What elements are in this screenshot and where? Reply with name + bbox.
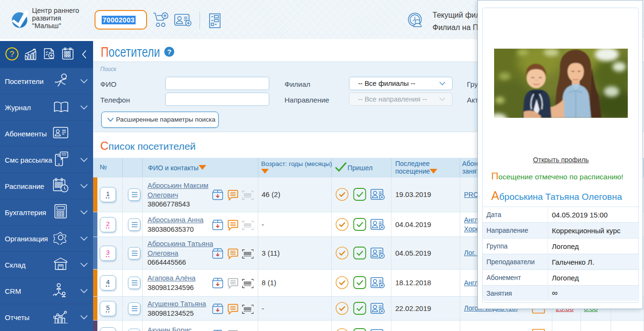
svg-text:?: ? [10, 50, 14, 59]
